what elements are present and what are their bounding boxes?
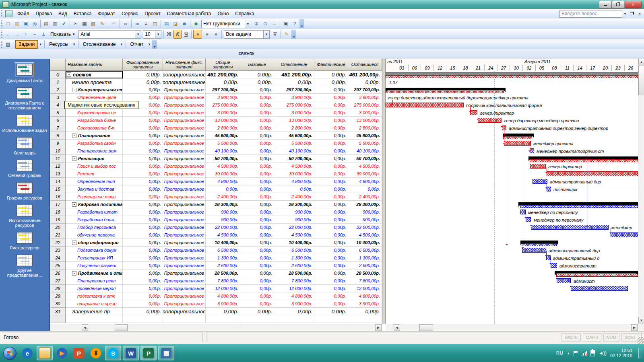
action-center-icon[interactable] bbox=[574, 351, 578, 356]
actual-cell[interactable]: 0,00р. bbox=[314, 201, 348, 208]
sidebar-item-3[interactable]: Календарь bbox=[0, 136, 49, 155]
total-cost-cell[interactable]: 5 500,00р. bbox=[206, 140, 240, 147]
view-button-Отслеживание[interactable]: Отслеживание bbox=[80, 40, 119, 49]
fixed-cost-cell[interactable]: 0,00р. bbox=[123, 71, 163, 78]
baseline-cell[interactable]: 0,00р. bbox=[240, 269, 274, 277]
variance-cell[interactable]: 297 700,00р. bbox=[274, 86, 314, 94]
pane-splitter[interactable] bbox=[382, 59, 386, 324]
total-cost-cell[interactable]: 297 700,00р. bbox=[206, 86, 240, 94]
actual-cell[interactable]: 0,00р. bbox=[314, 231, 348, 239]
collapse-icon[interactable]: - bbox=[72, 88, 76, 92]
question-dropdown-icon[interactable]: ▼ bbox=[622, 10, 628, 18]
row-number[interactable]: 4 bbox=[50, 101, 66, 109]
start-button[interactable] bbox=[3, 347, 17, 360]
assign-resources-icon[interactable]: ☻ bbox=[180, 20, 188, 28]
skype-icon[interactable]: S bbox=[105, 346, 121, 360]
actual-cell[interactable]: 0,00р. bbox=[314, 216, 348, 224]
menu-item-4[interactable]: Формат bbox=[95, 10, 118, 18]
grouping-combobox[interactable]: Нет группировки▼ bbox=[201, 20, 251, 28]
summary-bar[interactable] bbox=[520, 241, 558, 243]
row-number[interactable]: 28 bbox=[50, 285, 66, 292]
remaining-cell[interactable]: 5 500,00р. bbox=[348, 140, 382, 147]
menu-item-9[interactable]: Справка bbox=[232, 10, 257, 18]
total-cost-cell[interactable]: 50 700,00р. bbox=[206, 155, 240, 162]
fixed-cost-cell[interactable]: 0,00р. bbox=[123, 117, 163, 124]
view-button-Ресурсы[interactable]: Ресурсы bbox=[46, 40, 71, 49]
total-cost-cell[interactable]: 900,00р. bbox=[206, 216, 240, 224]
task-bar[interactable] bbox=[533, 179, 547, 184]
task-information-icon[interactable]: ▤ bbox=[163, 20, 171, 28]
variance-cell[interactable]: 4 800,00р. bbox=[274, 178, 314, 185]
row-number[interactable]: 27 bbox=[50, 277, 66, 285]
go-to-task-icon[interactable]: → bbox=[270, 20, 278, 28]
actual-cell[interactable]: 0,00р. bbox=[314, 101, 348, 109]
collapse-icon[interactable]: - bbox=[72, 156, 76, 161]
collaborate-icon[interactable]: ☻ bbox=[192, 20, 200, 28]
accrual-cell[interactable]: Пропорциональное bbox=[163, 117, 206, 124]
accrual-cell[interactable]: Пропорциональное bbox=[163, 124, 206, 132]
remaining-cell[interactable]: 3 000,00р. bbox=[348, 109, 382, 117]
indent-icon[interactable]: → bbox=[13, 30, 21, 38]
sidebar-item-8[interactable]: Другие представления... bbox=[0, 254, 49, 278]
variance-cell[interactable]: 3 000,00р. bbox=[274, 109, 314, 117]
row-number[interactable]: 24 bbox=[50, 254, 66, 262]
variance-cell[interactable]: 39 000,00р. bbox=[274, 170, 314, 178]
actual-cell[interactable]: 0,00р. bbox=[314, 132, 348, 140]
new-document-icon[interactable]: □ bbox=[4, 20, 12, 28]
task-name-cell[interactable]: Разработка долж bbox=[66, 216, 123, 224]
remaining-cell[interactable]: 10 400,00р. bbox=[348, 239, 382, 247]
total-cost-cell[interactable]: 461 200,00р. bbox=[206, 71, 240, 78]
copy-picture-icon[interactable]: ▣ bbox=[282, 20, 290, 28]
fixed-cost-cell[interactable]: 0,00р. bbox=[123, 132, 163, 140]
accrual-cell[interactable]: Пропорциональное bbox=[163, 162, 206, 170]
row-number[interactable]: 29 bbox=[50, 292, 66, 300]
menu-item-6[interactable]: Проект bbox=[141, 10, 164, 18]
task-name-cell[interactable]: Определение тип bbox=[66, 178, 123, 185]
accrual-cell[interactable]: Пропорциональное bbox=[163, 109, 206, 117]
fixed-cost-cell[interactable]: 0,00р. bbox=[123, 300, 163, 308]
row-number[interactable]: 10 bbox=[50, 147, 66, 155]
total-cost-cell[interactable]: 7 800,00р. bbox=[206, 277, 240, 285]
fixed-cost-cell[interactable]: 0,00р. bbox=[123, 292, 163, 300]
row-number[interactable]: 22 bbox=[50, 239, 66, 247]
remaining-cell[interactable]: 28 300,00р. bbox=[348, 201, 382, 208]
menu-item-1[interactable]: Правка bbox=[33, 10, 56, 18]
baseline-bar[interactable] bbox=[520, 205, 638, 208]
clock[interactable]: 12:5102.12.2010 bbox=[610, 348, 632, 358]
row-number[interactable]: 1 bbox=[50, 78, 66, 86]
fixed-cost-cell[interactable]: 0,00р. bbox=[123, 277, 163, 285]
actual-cell[interactable]: 0,00р. bbox=[314, 162, 348, 170]
row-number[interactable]: 13 bbox=[50, 170, 66, 178]
remaining-cell[interactable]: 2 800,00р. bbox=[348, 124, 382, 132]
task-name-cell[interactable]: Размещение това bbox=[66, 193, 123, 201]
total-cost-cell[interactable]: 3 000,00р. bbox=[206, 109, 240, 117]
vertical-scrollbar[interactable]: ▲ ▼ bbox=[638, 59, 644, 324]
task-name-cell[interactable]: -Реализация bbox=[66, 155, 123, 162]
view-button-dropdown-icon[interactable]: ▼ bbox=[72, 41, 77, 48]
actual-cell[interactable]: 0,00р. bbox=[314, 185, 348, 193]
total-cost-cell[interactable]: 4 500,00р. bbox=[206, 162, 240, 170]
toolbar-grip[interactable] bbox=[1, 41, 2, 48]
row-number[interactable]: 30 bbox=[50, 300, 66, 308]
actual-cell[interactable]: 0,00р. bbox=[314, 262, 348, 269]
entry-bar[interactable]: свежок bbox=[0, 49, 644, 59]
fixed-cost-cell[interactable]: 0,00р. bbox=[123, 109, 163, 117]
accrual-cell[interactable]: Пропорциональное bbox=[163, 101, 206, 109]
task-bar[interactable] bbox=[557, 278, 571, 283]
scroll-left-icon[interactable]: ◀ bbox=[394, 324, 400, 331]
show-subtasks-icon[interactable]: + bbox=[22, 30, 30, 38]
column-header-3[interactable]: Начисление фикс. затрат bbox=[163, 59, 206, 71]
remaining-cell[interactable]: 45 600,00р. bbox=[348, 132, 382, 140]
task-name-cell[interactable]: Получения разреш bbox=[66, 262, 123, 269]
sidebar-item-4[interactable]: Сетевой график bbox=[0, 159, 49, 178]
variance-cell[interactable]: 28 300,00р. bbox=[274, 201, 314, 208]
task-name-cell[interactable]: -Кадровая политика bbox=[66, 201, 123, 208]
internet-explorer-icon[interactable]: e bbox=[20, 346, 35, 360]
actual-cell[interactable]: 0,00р. bbox=[314, 285, 348, 292]
open-folder-icon[interactable]: ▨ bbox=[13, 20, 21, 28]
accrual-cell[interactable]: Пропорциональное bbox=[163, 247, 206, 254]
total-cost-cell[interactable]: 2 800,00р. bbox=[206, 124, 240, 132]
actual-cell[interactable]: 0,00р. bbox=[314, 269, 348, 277]
word-icon[interactable]: W bbox=[123, 346, 139, 360]
print-preview-icon[interactable]: ▥ bbox=[51, 20, 59, 28]
